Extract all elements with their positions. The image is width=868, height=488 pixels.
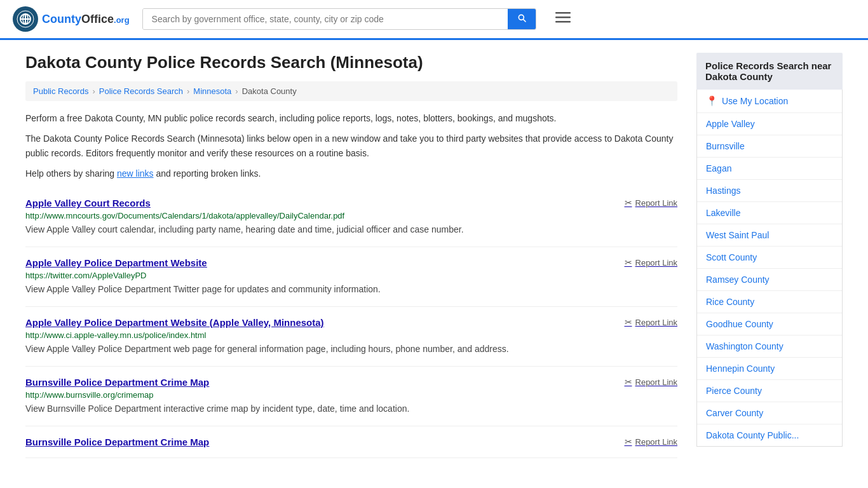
location-pin-icon: 📍 — [706, 95, 718, 107]
description-3: Help others by sharing new links and rep… — [25, 166, 677, 180]
sidebar-item-link-12[interactable]: Pierce County — [706, 386, 762, 396]
search-button[interactable] — [508, 9, 536, 29]
sidebar-item-link-5[interactable]: West Saint Paul — [706, 230, 769, 240]
report-link-btn[interactable]: ✂ Report Link — [625, 257, 677, 268]
sidebar-list-item: Washington County — [697, 336, 842, 358]
report-link-label: Report Link — [635, 198, 677, 208]
page-title: Dakota County Police Records Search (Min… — [25, 53, 677, 72]
sidebar-list-item: Lakeville — [697, 202, 842, 224]
logo-text: CountyOffice.org — [42, 13, 130, 26]
sidebar-item-link-4[interactable]: Lakeville — [706, 208, 740, 218]
report-link-label: Report Link — [635, 258, 677, 268]
sidebar-item-link-2[interactable]: Eagan — [706, 163, 731, 173]
use-location-link[interactable]: Use My Location — [722, 96, 788, 106]
use-my-location[interactable]: 📍 Use My Location — [697, 90, 842, 113]
sidebar-item-link-7[interactable]: Ramsey County — [706, 274, 770, 285]
desc3-pre: Help others by sharing — [25, 168, 117, 179]
breadcrumb-minnesota[interactable]: Minnesota — [193, 86, 231, 96]
site-header: CountyOffice.org — [0, 0, 868, 40]
main-container: Dakota County Police Records Search (Min… — [0, 40, 868, 471]
breadcrumb-public-records[interactable]: Public Records — [33, 86, 88, 96]
sidebar-list-item: Hennepin County — [697, 358, 842, 380]
result-item: Burnsville Police Department Crime Map ✂… — [25, 426, 677, 458]
breadcrumb-police-records[interactable]: Police Records Search — [99, 86, 183, 96]
result-title-link[interactable]: Burnsville Police Department Crime Map — [25, 437, 209, 447]
sidebar-list-item: Carver County — [697, 402, 842, 424]
sidebar-list-item: Apple Valley — [697, 113, 842, 135]
breadcrumb-sep-1: › — [92, 86, 95, 96]
description-2: The Dakota County Police Records Search … — [25, 132, 677, 160]
result-url-link[interactable]: https://twitter.com/AppleValleyPD — [25, 271, 147, 280]
result-item: Burnsville Police Department Crime Map ✂… — [25, 367, 677, 426]
sidebar-list-item: Dakota County Public... — [697, 424, 842, 446]
sidebar-item-link-3[interactable]: Hastings — [706, 186, 740, 196]
report-link-label: Report Link — [635, 318, 677, 327]
result-item: Apple Valley Police Department Website (… — [25, 307, 677, 367]
sidebar-header: Police Records Search near Dakota County — [696, 53, 843, 90]
report-link-btn[interactable]: ✂ Report Link — [625, 198, 677, 208]
sidebar-list-item: Scott County — [697, 247, 842, 269]
sidebar-list-item: Rice County — [697, 291, 842, 313]
sidebar-item-link-0[interactable]: Apple Valley — [706, 119, 755, 129]
breadcrumb: Public Records › Police Records Search ›… — [25, 81, 677, 101]
result-url-link[interactable]: http://www.burnsville.org/crimemap — [25, 390, 154, 400]
results-list: Apple Valley Court Records ✂ Report Link… — [25, 187, 677, 458]
result-desc: View Apple Valley Police Department Twit… — [25, 283, 677, 296]
desc3-post: and reporting broken links. — [154, 168, 261, 179]
report-icon: ✂ — [625, 437, 632, 447]
report-icon: ✂ — [625, 257, 632, 268]
report-icon: ✂ — [625, 377, 632, 387]
sidebar-list: 📍 Use My Location Apple ValleyBurnsville… — [696, 90, 843, 447]
new-links-link[interactable]: new links — [117, 168, 154, 179]
report-link-btn[interactable]: ✂ Report Link — [625, 377, 677, 387]
sidebar-item-link-6[interactable]: Scott County — [706, 252, 757, 262]
breadcrumb-sep-2: › — [187, 86, 189, 96]
result-desc: View Apple Valley Police Department web … — [25, 342, 677, 356]
result-title-row: Apple Valley Police Department Website (… — [25, 317, 677, 328]
result-title-row: Burnsville Police Department Crime Map ✂… — [25, 437, 677, 447]
result-url: http://www.mncourts.gov/Documents/Calend… — [25, 211, 677, 220]
result-title-row: Burnsville Police Department Crime Map ✂… — [25, 377, 677, 388]
result-title-link[interactable]: Burnsville Police Department Crime Map — [25, 377, 209, 388]
sidebar-list-item: Pierce County — [697, 380, 842, 402]
result-url-link[interactable]: http://www.mncourts.gov/Documents/Calend… — [25, 211, 344, 220]
report-link-btn[interactable]: ✂ Report Link — [625, 437, 677, 447]
sidebar-item-link-10[interactable]: Washington County — [706, 341, 783, 351]
search-input[interactable] — [143, 9, 508, 29]
result-title-link[interactable]: Apple Valley Police Department Website (… — [25, 317, 324, 328]
logo[interactable]: CountyOffice.org — [13, 6, 130, 32]
menu-button[interactable] — [555, 10, 571, 29]
sidebar-list-item: Hastings — [697, 180, 842, 202]
sidebar-item-link-14[interactable]: Dakota County Public... — [706, 430, 799, 440]
content-area: Dakota County Police Records Search (Min… — [25, 53, 677, 458]
description-1: Perform a free Dakota County, MN public … — [25, 111, 677, 125]
result-title-row: Apple Valley Court Records ✂ Report Link — [25, 198, 677, 208]
sidebar-list-item: Ramsey County — [697, 269, 842, 291]
result-url: http://www.ci.apple-valley.mn.us/police/… — [25, 330, 677, 340]
result-url-link[interactable]: http://www.ci.apple-valley.mn.us/police/… — [25, 330, 206, 340]
sidebar: Police Records Search near Dakota County… — [696, 53, 843, 458]
sidebar-list-item: Burnsville — [697, 135, 842, 158]
report-icon: ✂ — [625, 317, 632, 327]
result-title-link[interactable]: Apple Valley Court Records — [25, 198, 151, 208]
sidebar-item-link-8[interactable]: Rice County — [706, 297, 754, 307]
sidebar-item-link-1[interactable]: Burnsville — [706, 141, 745, 151]
breadcrumb-sep-3: › — [235, 86, 238, 96]
result-title-row: Apple Valley Police Department Website ✂… — [25, 257, 677, 268]
report-link-label: Report Link — [635, 437, 677, 447]
search-bar — [142, 8, 536, 30]
sidebar-item-link-11[interactable]: Hennepin County — [706, 363, 775, 374]
svg-rect-6 — [555, 17, 571, 18]
result-item: Apple Valley Court Records ✂ Report Link… — [25, 187, 677, 247]
sidebar-item-link-9[interactable]: Goodhue County — [706, 319, 773, 329]
report-link-label: Report Link — [635, 377, 677, 387]
sidebar-item-link-13[interactable]: Carver County — [706, 408, 763, 418]
sidebar-list-item: Eagan — [697, 158, 842, 180]
report-icon: ✂ — [625, 198, 632, 208]
result-url: https://twitter.com/AppleValleyPD — [25, 271, 677, 280]
report-link-btn[interactable]: ✂ Report Link — [625, 317, 677, 327]
result-item: Apple Valley Police Department Website ✂… — [25, 247, 677, 307]
result-desc: View Apple Valley court calendar, includ… — [25, 223, 677, 236]
result-desc: View Burnsville Police Department intera… — [25, 402, 677, 416]
result-title-link[interactable]: Apple Valley Police Department Website — [25, 257, 207, 268]
